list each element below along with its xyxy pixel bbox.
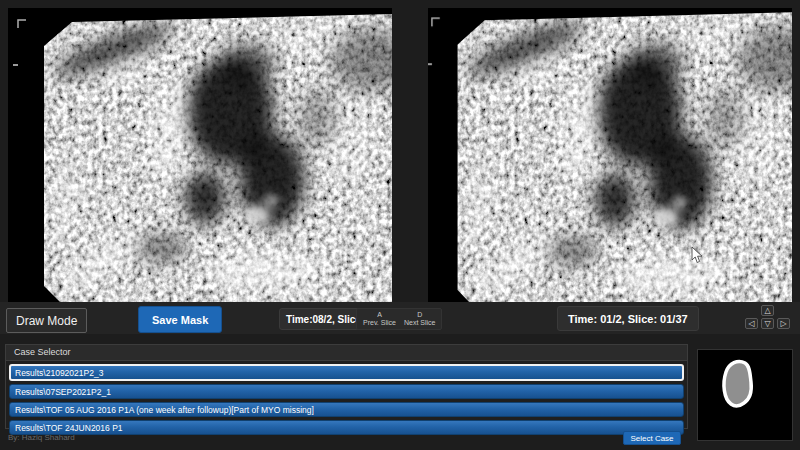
case-item[interactable]: Results\21092021P2_3 bbox=[9, 364, 684, 381]
case-list: Results\21092021P2_3 Results\07SEP2021P2… bbox=[6, 361, 687, 435]
ultrasound-viewer-right[interactable] bbox=[428, 8, 792, 302]
prev-key-label: A bbox=[377, 311, 382, 319]
case-selector-title: Case Selector bbox=[6, 345, 687, 361]
dpad-right-button[interactable]: ▷ bbox=[777, 318, 790, 329]
orientation-marker-icon bbox=[432, 18, 440, 26]
case-item[interactable]: Results\TOF 05 AUG 2016 P1A (one week af… bbox=[9, 402, 684, 417]
caliper-line bbox=[57, 18, 58, 48]
dpad-down-button[interactable]: ▽ bbox=[761, 318, 774, 329]
caliper-line bbox=[470, 16, 471, 47]
key-hint-next-slice: D Next Slice bbox=[404, 311, 436, 327]
ultrasound-viewer-left[interactable] bbox=[8, 8, 392, 302]
mask-shape bbox=[698, 350, 794, 442]
draw-mode-button[interactable]: Draw Mode bbox=[6, 308, 87, 333]
scale-tick bbox=[428, 63, 432, 65]
time-slice-display-right: Time: 01/2, Slice: 01/37 bbox=[557, 306, 699, 331]
scale-tick bbox=[13, 64, 18, 66]
key-hint-prev-slice: A Prev. Slice bbox=[363, 311, 396, 327]
dpad-left-button[interactable]: ◁ bbox=[745, 318, 758, 329]
dpad-up-button[interactable]: △ bbox=[761, 305, 774, 316]
ultrasound-image bbox=[8, 8, 392, 302]
case-item[interactable]: Results\TOF 24JUN2016 P1 bbox=[9, 420, 684, 435]
prev-slice-label: Prev. Slice bbox=[363, 319, 396, 327]
credit-text: By: Haziq Shahard bbox=[8, 433, 75, 442]
next-slice-label: Next Slice bbox=[404, 319, 436, 327]
mouse-cursor-icon bbox=[691, 246, 704, 264]
next-key-label: D bbox=[417, 311, 422, 319]
case-selector-panel: Case Selector Results\21092021P2_3 Resul… bbox=[5, 344, 688, 429]
orientation-marker-icon bbox=[18, 20, 26, 28]
ultrasound-image bbox=[428, 8, 792, 302]
save-mask-button[interactable]: Save Mask bbox=[138, 306, 222, 333]
case-item[interactable]: Results\07SEP2021P2_1 bbox=[9, 384, 684, 399]
keyboard-hints: A Prev. Slice D Next Slice bbox=[356, 308, 442, 330]
mask-preview-thumbnail bbox=[697, 349, 793, 441]
select-case-button[interactable]: Select Case bbox=[623, 431, 681, 445]
